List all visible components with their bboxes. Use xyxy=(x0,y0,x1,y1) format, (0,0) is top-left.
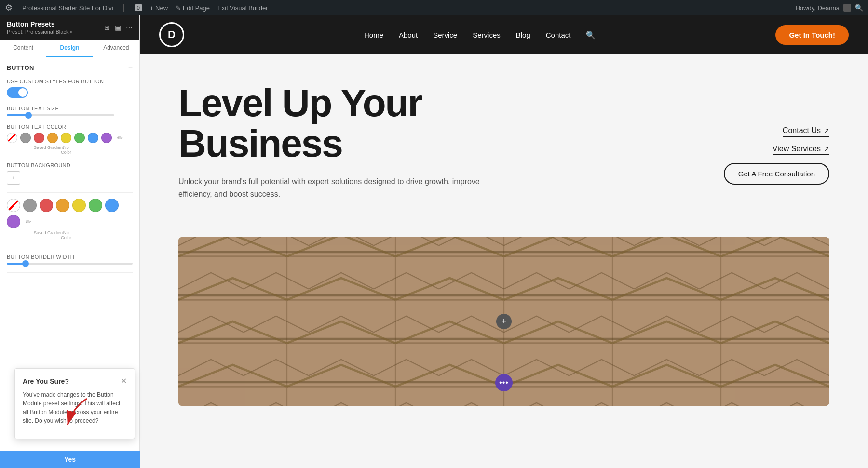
new-link[interactable]: + New xyxy=(150,4,168,12)
nav-blog[interactable]: Blog xyxy=(516,31,530,39)
swatch-label-gradient: Gradient xyxy=(47,145,58,155)
tab-advanced[interactable]: Advanced xyxy=(93,40,139,57)
swatch-label-saved: Saved xyxy=(34,145,44,155)
dialog-body: You've made changes to the Button Module… xyxy=(23,390,127,425)
wp-admin-bar: ⚙ Professional Starter Site For Divi | 0… xyxy=(0,0,868,15)
preset-label: Preset: Professional Black • xyxy=(7,29,72,35)
divider-3 xyxy=(7,272,133,273)
sidebar-header-icons: ⊞ ▣ ⋯ xyxy=(104,24,133,31)
swatch-labels-row: Saved Gradient No Color xyxy=(7,145,133,155)
hero-section: Level Up Your Business Unlock your brand… xyxy=(140,54,868,237)
nav-service[interactable]: Service xyxy=(433,31,457,39)
border-swatch-blue[interactable] xyxy=(105,199,119,212)
bg-color-picker[interactable]: + xyxy=(7,171,20,185)
swatch-transparent[interactable] xyxy=(7,133,17,143)
custom-styles-toggle[interactable] xyxy=(7,87,28,98)
border-swatch-purple[interactable] xyxy=(7,215,20,228)
consultation-button[interactable]: Get A Free Consultation xyxy=(724,163,829,185)
dialog-title: Are You Sure? xyxy=(23,377,69,385)
text-size-track[interactable] xyxy=(7,114,114,116)
sidebar-tabs: Content Design Advanced xyxy=(0,40,139,57)
more-icon[interactable]: ⋯ xyxy=(126,24,133,31)
wp-logo-icon[interactable]: ⚙ xyxy=(5,2,13,13)
hero-left: Level Up Your Business Unlock your brand… xyxy=(178,83,704,218)
border-width-slider-row xyxy=(7,263,133,265)
swatch-gray[interactable] xyxy=(20,133,31,143)
tab-content[interactable]: Content xyxy=(0,40,46,57)
divider-1 xyxy=(7,192,133,193)
text-size-label: Button Text Size xyxy=(7,106,133,111)
b-label-1 xyxy=(7,230,17,240)
view-services-link[interactable]: View Services xyxy=(773,145,829,155)
swatch-label-nocolor: No Color xyxy=(61,145,71,155)
swatch-label-transparent xyxy=(7,145,17,155)
yes-button[interactable]: Yes xyxy=(0,451,140,468)
swatch-label-gray xyxy=(20,145,31,155)
text-color-field: Button Text Color ✏ Saved Gradient No Co… xyxy=(7,124,133,155)
exit-builder-link[interactable]: Exit Visual Builder xyxy=(217,4,268,12)
border-width-track[interactable] xyxy=(7,263,133,265)
user-avatar xyxy=(843,4,851,12)
border-swatch-transparent[interactable] xyxy=(7,199,20,212)
border-color-field: ✏ Saved Gradient No Color xyxy=(7,199,133,240)
nav-contact[interactable]: Contact xyxy=(546,31,571,39)
module-options-button[interactable]: ••• xyxy=(495,374,513,391)
sidebar-panel: Button Presets Preset: Professional Blac… xyxy=(0,15,140,468)
hero-title: Level Up Your Business xyxy=(178,83,704,164)
border-swatch-red[interactable] xyxy=(40,199,53,212)
site-search-icon[interactable]: 🔍 xyxy=(586,30,596,40)
border-swatch-green[interactable] xyxy=(89,199,102,212)
dialog-header: Are You Sure? ✕ xyxy=(23,376,127,386)
resize-icon[interactable]: ⊞ xyxy=(104,24,110,31)
color-picker-icon[interactable]: ✏ xyxy=(115,133,125,143)
nav-services[interactable]: Services xyxy=(473,31,501,39)
tab-design[interactable]: Design xyxy=(46,40,93,57)
section-collapse-icon[interactable]: − xyxy=(128,63,133,72)
button-section-header: Button − xyxy=(7,63,133,72)
dialog-close-button[interactable]: ✕ xyxy=(121,376,127,386)
swatch-orange[interactable] xyxy=(47,133,58,143)
border-swatch-orange[interactable] xyxy=(56,199,69,212)
swatch-red[interactable] xyxy=(34,133,44,143)
text-color-label: Button Text Color xyxy=(7,124,133,130)
custom-styles-label: Use Custom Styles For Button xyxy=(7,79,133,84)
button-section-title: Button xyxy=(7,64,34,71)
main-content-area: D Home About Service Services Blog Conta… xyxy=(140,15,868,468)
sidebar-title: Button Presets xyxy=(7,20,72,28)
swatch-blue[interactable] xyxy=(88,133,98,143)
collapse-icon[interactable]: ▣ xyxy=(115,24,121,31)
bg-field: Button Background + xyxy=(7,162,133,185)
bg-controls: + xyxy=(7,171,133,185)
hero-right: Contact Us View Services Get A Free Cons… xyxy=(723,83,829,218)
hero-title-line1: Level Up Your xyxy=(178,81,422,124)
swatch-purple[interactable] xyxy=(101,133,112,143)
add-module-button[interactable]: + xyxy=(496,314,512,329)
hero-image: + ••• xyxy=(178,237,829,406)
nav-home[interactable]: Home xyxy=(364,31,383,39)
border-width-field: Button Border Width xyxy=(7,254,133,265)
swatch-green[interactable] xyxy=(74,133,85,143)
hero-subtitle: Unlock your brand's full potential with … xyxy=(178,175,506,200)
swatch-yellow[interactable] xyxy=(61,133,71,143)
site-header: D Home About Service Services Blog Conta… xyxy=(140,15,868,54)
edit-page-link[interactable]: ✎ Edit Page xyxy=(176,4,210,12)
text-size-slider-row xyxy=(7,114,133,116)
confirm-dialog: Are You Sure? ✕ You've made changes to t… xyxy=(14,368,135,439)
sidebar-header: Button Presets Preset: Professional Blac… xyxy=(0,15,139,40)
admin-bar-right: Howdy, Deanna 🔍 xyxy=(795,4,863,12)
border-color-picker-icon[interactable]: ✏ xyxy=(23,216,34,227)
b-label-saved: Saved xyxy=(34,230,44,240)
admin-search-icon[interactable]: 🔍 xyxy=(855,4,863,12)
sidebar-header-info: Button Presets Preset: Professional Blac… xyxy=(7,20,72,35)
contact-us-link[interactable]: Contact Us xyxy=(783,126,829,137)
border-swatch-yellow[interactable] xyxy=(72,199,86,212)
cta-button[interactable]: Get In Touch! xyxy=(775,25,849,45)
border-swatch-gray[interactable] xyxy=(23,199,37,212)
hero-title-line2: Business xyxy=(178,122,342,165)
site-name[interactable]: Professional Starter Site For Divi xyxy=(22,4,113,12)
nav-about[interactable]: About xyxy=(399,31,418,39)
text-color-swatches: ✏ xyxy=(7,133,133,143)
border-color-swatches: ✏ xyxy=(7,199,133,228)
comment-count[interactable]: 0 xyxy=(135,4,142,11)
separator: | xyxy=(123,3,125,12)
